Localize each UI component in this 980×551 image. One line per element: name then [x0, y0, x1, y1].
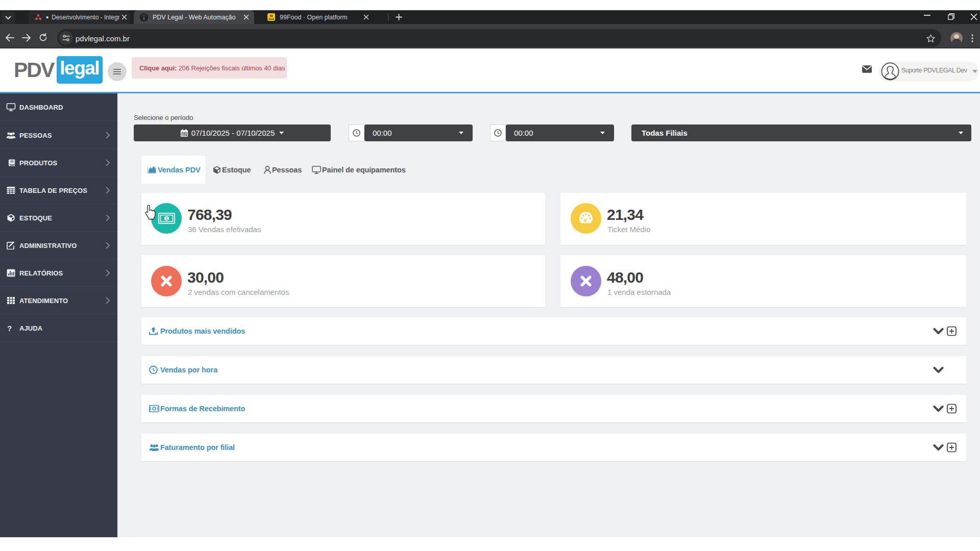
svg-text:food: food	[268, 17, 274, 20]
svg-text:1: 1	[165, 216, 168, 221]
